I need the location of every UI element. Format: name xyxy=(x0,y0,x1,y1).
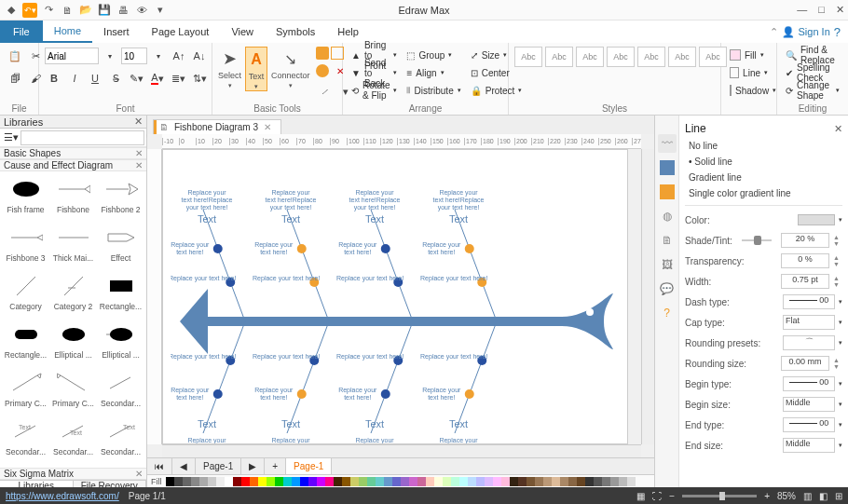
italic-button[interactable]: I xyxy=(65,69,84,88)
style-swatch[interactable]: Abc xyxy=(607,47,635,67)
preview-button[interactable]: 👁 xyxy=(134,3,149,18)
color-swatch[interactable] xyxy=(183,477,191,486)
color-swatch[interactable] xyxy=(191,477,199,486)
status-icon-1[interactable]: ▥ xyxy=(803,491,812,501)
underline-button[interactable]: U xyxy=(86,69,104,88)
color-swatch[interactable] xyxy=(535,477,543,486)
shape-secondary-3[interactable]: TextSecondar... xyxy=(49,417,97,464)
status-url[interactable]: https://www.edrawsoft.com/ xyxy=(6,491,119,501)
shape-secondary[interactable]: Secondar... xyxy=(97,369,144,415)
status-icon-2[interactable]: ◧ xyxy=(819,491,827,501)
spelling-check-button[interactable]: ✔Spelling Check xyxy=(783,64,842,81)
color-swatch[interactable] xyxy=(518,477,527,486)
page-tab-active[interactable]: Page-1 xyxy=(286,458,332,474)
scrollbar-vertical[interactable] xyxy=(641,149,654,444)
help-icon[interactable]: ? xyxy=(834,25,841,39)
color-swatch[interactable] xyxy=(577,477,585,486)
shape-category[interactable]: Category xyxy=(2,272,49,319)
color-swatch[interactable] xyxy=(527,477,535,486)
bullets-button[interactable]: ≣▾ xyxy=(169,69,188,88)
sidebar-line-icon[interactable]: 〰 xyxy=(658,134,677,153)
begin-size[interactable]: Middle xyxy=(783,397,835,412)
rotate-flip-button[interactable]: ⟲Rotate & Flip▾ xyxy=(349,82,400,99)
color-swatch[interactable] xyxy=(166,477,174,486)
shape-secondary-4[interactable]: TextSecondar... xyxy=(97,417,144,464)
color-swatch[interactable] xyxy=(334,477,342,486)
page-add[interactable]: + xyxy=(265,458,286,474)
select-tool[interactable]: ➤ Select ▾ xyxy=(218,47,241,89)
sidebar-image-icon[interactable]: 🖼 xyxy=(658,255,677,274)
file-menu[interactable]: File xyxy=(0,20,43,43)
round-size-value[interactable]: 0.00 mm xyxy=(781,356,829,371)
shade-slider[interactable] xyxy=(742,239,772,241)
open-button[interactable]: 📂 xyxy=(78,3,93,18)
paste-icon[interactable]: 📋 xyxy=(6,47,24,65)
sidebar-comment-icon[interactable]: 💬 xyxy=(658,279,677,298)
color-swatch[interactable] xyxy=(275,477,283,486)
shape-rectangle-2[interactable]: Rectangle... xyxy=(2,320,49,367)
highlight-button[interactable]: ✎▾ xyxy=(127,69,146,88)
opt-gradient-line[interactable]: Gradient line xyxy=(685,170,842,185)
color-swatch[interactable] xyxy=(199,477,208,486)
section-six-sigma[interactable]: Six Sigma Matrix✕ xyxy=(0,468,146,480)
cap-value[interactable]: Flat xyxy=(783,315,835,330)
color-swatch[interactable] xyxy=(501,477,510,486)
page-tab-1[interactable]: Page-1 xyxy=(196,458,241,474)
style-swatch[interactable]: Abc xyxy=(637,47,665,67)
bold-button[interactable]: B xyxy=(45,69,63,88)
color-swatch[interactable] xyxy=(325,477,334,486)
page-canvas[interactable]: Replace your text here!Replace yourtext … xyxy=(162,149,628,444)
change-shape-button[interactable]: ⟳Change Shape▾ xyxy=(783,82,842,99)
color-swatch[interactable] xyxy=(493,477,501,486)
shape-fish-frame[interactable]: Fish frame xyxy=(2,175,49,222)
status-view-normal-icon[interactable]: ▦ xyxy=(636,491,645,501)
color-swatch[interactable] xyxy=(208,477,216,486)
line-button[interactable]: Line▾ xyxy=(727,64,771,81)
shape-secondary-2[interactable]: TextSecondar... xyxy=(2,417,49,464)
line-panel-close-icon[interactable]: ✕ xyxy=(834,123,842,135)
color-swatch[interactable] xyxy=(602,477,610,486)
color-swatch[interactable] xyxy=(451,477,459,486)
qat-dropdown[interactable]: ▾ xyxy=(153,3,168,18)
page-nav-next[interactable]: ▶ xyxy=(241,458,265,474)
shrink-font-icon[interactable]: A↓ xyxy=(190,47,209,65)
sidebar-fill2-icon[interactable] xyxy=(658,183,677,201)
color-swatch[interactable] xyxy=(258,477,267,486)
strikethrough-button[interactable]: S̶ xyxy=(106,69,125,88)
zoom-slider[interactable] xyxy=(682,495,757,497)
new-button[interactable]: 🗎 xyxy=(60,3,75,18)
color-swatch[interactable] xyxy=(308,477,317,486)
dash-value[interactable]: 00 xyxy=(783,294,835,309)
shape-thick-main[interactable]: Thick Mai... xyxy=(49,224,97,270)
zoom-out-icon[interactable]: − xyxy=(669,491,675,501)
undo-button[interactable]: ↶▾ xyxy=(22,3,37,18)
shape-fishbone[interactable]: Fishbone xyxy=(49,175,97,222)
color-swatch[interactable] xyxy=(619,477,627,486)
sidebar-fill-icon[interactable] xyxy=(658,158,677,177)
color-swatch[interactable] xyxy=(317,477,325,486)
section-basic-shapes[interactable]: Basic Shapes✕ xyxy=(0,147,146,159)
color-swatch[interactable] xyxy=(610,477,619,486)
color-swatch[interactable] xyxy=(627,477,636,486)
status-icon-3[interactable]: ⊞ xyxy=(835,491,842,501)
style-swatch[interactable]: Abc xyxy=(576,47,604,67)
tab-symbols[interactable]: Symbols xyxy=(265,20,326,43)
color-swatch[interactable] xyxy=(376,477,384,486)
shape-elliptical[interactable]: Elliptical ... xyxy=(49,320,97,367)
color-swatch[interactable] xyxy=(384,477,392,486)
grow-font-icon[interactable]: A↑ xyxy=(170,47,188,65)
color-swatch[interactable] xyxy=(359,477,367,486)
font-dropdown-icon[interactable]: ▾ xyxy=(101,47,119,65)
document-tab[interactable]: 🗎 Fishbone Diagram 3 ✕ xyxy=(153,119,281,134)
color-swatch[interactable] xyxy=(267,477,275,486)
color-swatch[interactable] xyxy=(342,477,350,486)
shape-fishbone-3[interactable]: Fishbone 3 xyxy=(2,224,49,270)
opt-solid-line[interactable]: Solid line xyxy=(685,154,842,170)
color-swatch[interactable] xyxy=(594,477,602,486)
color-swatch[interactable] xyxy=(409,477,417,486)
tab-page-layout[interactable]: Page Layout xyxy=(141,20,221,43)
scrollbar-horizontal[interactable] xyxy=(162,444,641,457)
status-view-full-icon[interactable]: ⛶ xyxy=(652,491,662,501)
end-size[interactable]: Middle xyxy=(783,438,835,453)
sidebar-help-icon[interactable]: ? xyxy=(658,304,677,322)
